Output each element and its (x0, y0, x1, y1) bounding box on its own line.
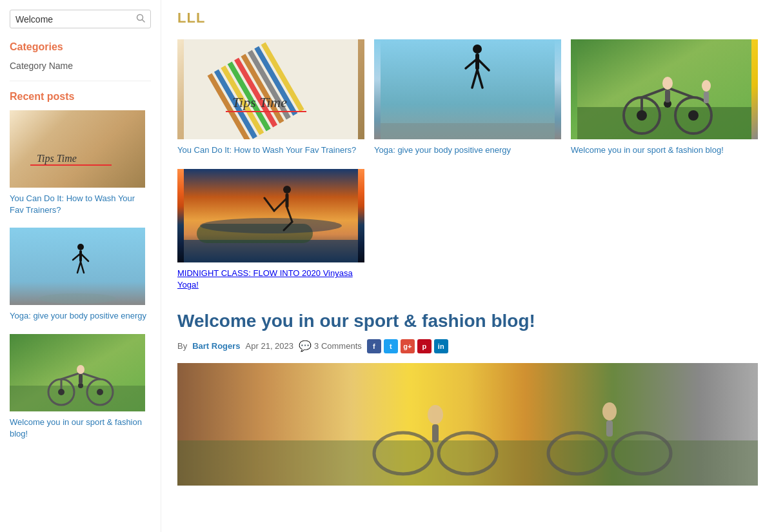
featured-card-image (571, 39, 758, 139)
svg-text:Tips Time: Tips Time (232, 94, 287, 110)
svg-rect-53 (665, 90, 670, 103)
svg-line-1 (143, 20, 145, 23)
google-plus-share-button[interactable]: g+ (401, 339, 415, 353)
svg-rect-35 (381, 123, 555, 139)
article-section: Welcome you in our sport & fashion blog!… (177, 311, 758, 486)
twitter-share-button[interactable]: t (384, 339, 398, 353)
site-title: LLL (177, 10, 758, 26)
article-hero-svg (177, 363, 758, 486)
article-meta: By Bart Rogers Apr 21, 2023 💬 3 Comments… (177, 339, 758, 353)
svg-point-52 (662, 77, 673, 90)
svg-rect-61 (286, 193, 289, 208)
pencil-image-wrapper: Tips Time (10, 110, 145, 188)
featured-grid: Tips Time You Can Do It: How to Wash You… (177, 39, 758, 156)
main-content: LLL (161, 0, 774, 532)
svg-point-4 (77, 244, 84, 250)
sidebar-divider (10, 81, 151, 81)
yoga-sunset-svg (177, 169, 364, 262)
svg-point-18 (58, 389, 64, 395)
svg-rect-21 (79, 374, 83, 384)
svg-point-50 (637, 110, 647, 121)
featured-card-image (374, 39, 561, 139)
recent-post-thumbnail: Tips Time (10, 110, 145, 188)
article-title: Welcome you in our sport & fashion blog! (177, 311, 758, 331)
featured-card-link[interactable]: Welcome you in our sport & fashion blog! (571, 145, 724, 155)
svg-point-73 (428, 405, 443, 424)
recent-post-title[interactable]: Yoga: give your body positive energy (10, 310, 151, 322)
svg-point-20 (77, 365, 84, 374)
recent-post-link[interactable]: Welcome you in our sport & fashion blog! (10, 417, 142, 438)
svg-rect-11 (10, 386, 145, 411)
featured-card-link[interactable]: You Can Do It: How to Wash Your Fav Trai… (177, 145, 356, 155)
sidebar: Welcome Categories Category Name Recent … (0, 0, 161, 532)
article-hero-image (177, 363, 758, 486)
second-card-title[interactable]: MIDNIGHT CLASS: FLOW INTO 2020 Vinyasa Y… (177, 268, 364, 291)
svg-point-54 (702, 80, 711, 92)
category-name-item[interactable]: Category Name (10, 61, 151, 71)
featured-card-title[interactable]: Yoga: give your body positive energy (374, 144, 561, 156)
recent-post-thumbnail (10, 228, 145, 305)
svg-point-59 (200, 218, 342, 233)
featured-card: Tips Time You Can Do It: How to Wash You… (177, 39, 364, 156)
second-row-card: MIDNIGHT CLASS: FLOW INTO 2020 Vinyasa Y… (177, 169, 364, 291)
svg-point-75 (602, 402, 617, 420)
recent-post-link[interactable]: You Can Do It: How to Wash Your Fav Trai… (10, 193, 135, 215)
search-box[interactable]: Welcome (10, 10, 151, 28)
featured-card: Welcome you in our sport & fashion blog! (571, 39, 758, 156)
recent-post-title[interactable]: Welcome you in our sport & fashion blog! (10, 417, 151, 440)
comments-count: 3 Comments (314, 341, 362, 351)
svg-point-3 (39, 293, 116, 304)
featured-card-title[interactable]: Welcome you in our sport & fashion blog! (571, 144, 758, 156)
svg-rect-5 (79, 250, 82, 262)
recent-post-item: Tips Time You Can Do It: How to Wash You… (10, 110, 151, 216)
tips-underline (30, 164, 112, 166)
featured-card-title[interactable]: You Can Do It: How to Wash Your Fav Trai… (177, 144, 364, 156)
svg-point-51 (688, 110, 699, 121)
svg-point-36 (473, 44, 482, 54)
article-comments[interactable]: 💬 3 Comments (299, 340, 362, 352)
svg-rect-55 (704, 92, 709, 103)
recent-post-item: Welcome you in our sport & fashion blog! (10, 334, 151, 440)
yoga-handstand-svg (10, 228, 145, 305)
second-card-link[interactable]: MIDNIGHT CLASS: FLOW INTO 2020 Vinyasa Y… (177, 268, 353, 290)
article-date: Apr 21, 2023 (246, 341, 293, 351)
featured-card-link[interactable]: Yoga: give your body positive energy (374, 145, 511, 155)
comment-icon: 💬 (299, 340, 312, 352)
featured-card: Yoga: give your body positive energy (374, 39, 561, 156)
svg-point-17 (78, 383, 83, 388)
second-row-grid: MIDNIGHT CLASS: FLOW INTO 2020 Vinyasa Y… (177, 169, 758, 291)
cycling-svg (10, 334, 145, 411)
tips-time-text: Tips Time (37, 153, 77, 164)
svg-rect-76 (606, 420, 613, 437)
svg-point-19 (97, 389, 103, 395)
recent-post-thumbnail (10, 334, 145, 411)
page-layout: Welcome Categories Category Name Recent … (0, 0, 774, 532)
article-author-link[interactable]: Bart Rogers (192, 341, 240, 351)
search-input[interactable]: Welcome (15, 14, 136, 25)
recent-post-title[interactable]: You Can Do It: How to Wash Your Fav Trai… (10, 193, 151, 216)
search-icon (136, 14, 145, 25)
cycling-large-svg (571, 39, 758, 139)
pencils-svg: Tips Time (177, 39, 364, 139)
recent-posts-title: Recent posts (10, 91, 151, 103)
featured-card-image: Tips Time (177, 39, 364, 139)
svg-rect-74 (432, 424, 439, 442)
second-card-image (177, 169, 364, 262)
categories-title: Categories (10, 41, 151, 53)
article-by-label: By (177, 341, 187, 351)
pencil-image-wrapper: Tips Time (177, 39, 364, 139)
social-icons: f t g+ p in (367, 339, 448, 353)
linkedin-share-button[interactable]: in (434, 339, 448, 353)
recent-post-link[interactable]: Yoga: give your body positive energy (10, 311, 146, 320)
svg-rect-43 (577, 107, 751, 139)
svg-rect-57 (184, 240, 358, 262)
pinterest-share-button[interactable]: p (417, 339, 432, 353)
recent-post-item: Yoga: give your body positive energy (10, 228, 151, 322)
facebook-share-button[interactable]: f (367, 339, 381, 353)
svg-point-60 (283, 186, 291, 193)
yoga-handstand-large-svg (374, 39, 561, 139)
